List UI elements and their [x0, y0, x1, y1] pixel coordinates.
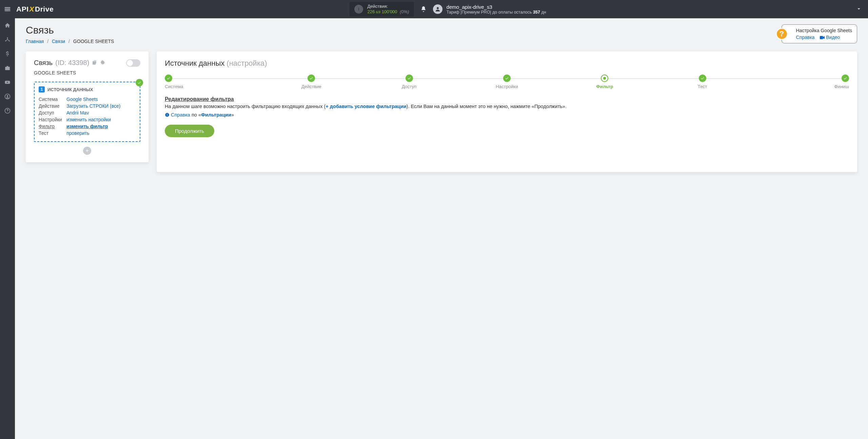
tariff-line: Тариф |Премиум PRO| до оплаты осталось 3… [447, 10, 546, 15]
row-action: ДействиеЗагрузить СТРОКИ (все) [39, 103, 136, 109]
svg-rect-10 [820, 36, 823, 39]
filter-description: На данном шаге возможно настроить фильтр… [165, 103, 849, 110]
menu-toggle[interactable] [0, 0, 15, 18]
row-access: ДоступAndrii Mav [39, 109, 136, 116]
actions-label: Действия: [367, 4, 409, 9]
help-box: ? Настройка Google Sheets Справка Видео [782, 24, 857, 43]
user-menu-toggle[interactable] [842, 6, 862, 13]
breadcrumb: Главная / Связи / GOOGLE SHEETS [26, 39, 114, 44]
connection-heading: Связь [34, 59, 53, 67]
connection-toggle[interactable] [126, 59, 140, 67]
chevron-down-icon [856, 6, 862, 12]
step-access[interactable]: Доступ [360, 75, 458, 89]
status-check-icon [136, 79, 143, 86]
user-icon [435, 6, 441, 12]
copy-id-button[interactable] [92, 60, 97, 66]
sidebar [0, 18, 15, 439]
connection-system: GOOGLE SHEETS [34, 70, 140, 76]
nodes-icon [4, 37, 11, 43]
source-box-title: ИСТОЧНИК ДАННЫХ [47, 87, 93, 92]
sidebar-item-video[interactable] [0, 75, 15, 89]
step-filter[interactable]: Фильтр [556, 75, 653, 89]
link-access[interactable]: Andrii Mav [66, 110, 89, 116]
link-action[interactable]: Загрузить СТРОКИ (все) [66, 103, 120, 109]
source-badge: 1 [39, 86, 45, 92]
info-icon [354, 5, 363, 14]
help-icon[interactable]: ? [776, 28, 788, 40]
connection-id: (ID: 43398) [55, 59, 89, 67]
step-finish[interactable]: Финиш [751, 75, 849, 89]
svg-point-13 [167, 114, 167, 114]
user-circle-icon [4, 93, 11, 100]
step-test[interactable]: Тест [653, 75, 751, 89]
hamburger-icon [4, 5, 11, 13]
breadcrumb-connections[interactable]: Связи [52, 39, 65, 44]
filter-hint: Справка по «Фильтрации» [165, 111, 849, 119]
sidebar-item-help[interactable] [0, 104, 15, 118]
data-source-box: 1 ИСТОЧНИК ДАННЫХ СистемаGoogle Sheets Д… [34, 82, 140, 142]
notifications-button[interactable] [417, 2, 430, 16]
hint-reference-link[interactable]: Справка [171, 112, 190, 118]
question-icon [4, 108, 11, 114]
svg-point-0 [358, 8, 359, 8]
connection-summary-card: Связь (ID: 43398) GOOGLE SHEETS 1 ИСТОЧН… [26, 51, 149, 162]
setup-stepper: Система Действие Доступ Настройки Фильтр… [165, 75, 849, 89]
svg-rect-12 [167, 114, 167, 116]
briefcase-icon [4, 65, 11, 71]
dollar-icon [4, 51, 11, 57]
continue-button[interactable]: Продолжить [165, 125, 214, 137]
actions-values: 226 из 100'000 (0%) [367, 9, 409, 15]
video-link[interactable]: Видео [820, 35, 840, 40]
row-filter: Фильтризменить фильтр [39, 123, 136, 130]
sidebar-item-connections[interactable] [0, 33, 15, 47]
row-test: Тестпроверить [39, 130, 136, 137]
svg-point-2 [437, 7, 439, 9]
avatar [433, 4, 442, 14]
header: APIXDrive Действия: 226 из 100'000 (0%) … [0, 0, 868, 18]
breadcrumb-current: GOOGLE SHEETS [73, 39, 114, 44]
help-title: Настройка Google Sheets [796, 27, 852, 34]
help-reference-link[interactable]: Справка [796, 35, 815, 40]
row-settings: Настройкиизменить настройки [39, 116, 136, 123]
bell-icon [420, 6, 427, 13]
sidebar-item-billing[interactable] [0, 47, 15, 61]
user-name: demo_apix-drive_s3 [447, 4, 546, 10]
row-system: СистемаGoogle Sheets [39, 96, 136, 103]
link-system[interactable]: Google Sheets [66, 97, 98, 102]
svg-point-8 [7, 95, 8, 97]
actions-panel[interactable]: Действия: 226 из 100'000 (0%) [350, 2, 414, 17]
user-menu[interactable]: demo_apix-drive_s3 Тариф |Премиум PRO| д… [433, 4, 546, 15]
logo-drive: Drive [35, 5, 54, 13]
connection-settings-button[interactable] [100, 60, 105, 66]
logo-api: API [16, 5, 29, 13]
svg-rect-1 [359, 9, 359, 11]
link-test[interactable]: проверить [66, 130, 90, 136]
home-icon [4, 22, 11, 28]
youtube-icon [4, 79, 11, 85]
section-title: Источник данных (настройка) [165, 59, 849, 68]
sidebar-item-home[interactable] [0, 18, 15, 33]
add-filter-link[interactable]: + добавить условие фильтрации [326, 104, 406, 109]
sidebar-item-account[interactable] [0, 89, 15, 104]
filter-heading: Редактирование фильтра [165, 95, 849, 103]
breadcrumb-home[interactable]: Главная [26, 39, 44, 44]
sidebar-item-briefcase[interactable] [0, 61, 15, 75]
logo-x: X [29, 5, 35, 13]
step-action[interactable]: Действие [262, 75, 360, 89]
data-source-config-card: Источник данных (настройка) Система Дейс… [157, 51, 857, 172]
info-circle-icon [165, 112, 170, 117]
logo[interactable]: APIXDrive [16, 5, 54, 13]
step-system[interactable]: Система [165, 75, 262, 89]
svg-point-3 [7, 37, 8, 38]
link-settings[interactable]: изменить настройки [66, 117, 111, 122]
step-settings[interactable]: Настройки [458, 75, 556, 89]
add-destination-button[interactable]: + [83, 147, 91, 155]
page-title: Связь [26, 24, 114, 36]
link-filter[interactable]: изменить фильтр [66, 124, 108, 129]
